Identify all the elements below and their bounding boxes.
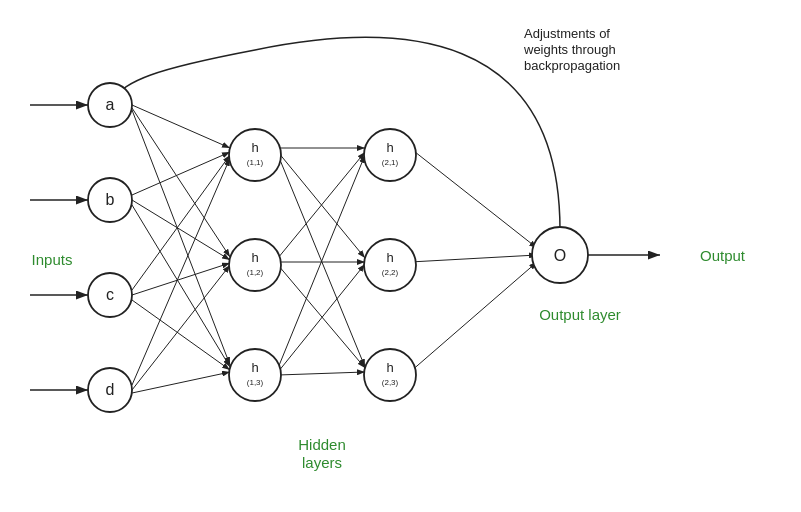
label-h21-sub: (2,1) [382,158,399,167]
node-h23 [364,349,416,401]
label-h11: h [251,140,258,155]
svg-line-13 [132,263,230,295]
svg-line-17 [132,372,230,393]
label-b: b [106,191,115,208]
annotation-line2: weights through [523,42,616,57]
label-c: c [106,286,114,303]
node-h12 [229,239,281,291]
svg-line-29 [410,262,537,372]
svg-line-12 [132,155,230,290]
label-hidden-layers: Hidden [298,436,346,453]
node-h21 [364,129,416,181]
svg-line-11 [132,205,230,367]
label-h22: h [386,250,393,265]
label-inputs: Inputs [32,251,73,268]
node-h22 [364,239,416,291]
svg-line-15 [132,158,230,385]
label-h13: h [251,360,258,375]
label-a: a [106,96,115,113]
svg-line-6 [132,105,230,148]
label-h22-sub: (2,2) [382,268,399,277]
label-output-node: O [554,247,566,264]
annotation-line3: backpropagation [524,58,620,73]
label-h12: h [251,250,258,265]
label-h12-sub: (1,2) [247,268,264,277]
node-h13 [229,349,281,401]
label-hidden-layers-2: layers [302,454,342,471]
svg-line-26 [278,372,365,375]
label-h13-sub: (1,3) [247,378,264,387]
label-d: d [106,381,115,398]
label-output-layer: Output layer [539,306,621,323]
node-h11 [229,129,281,181]
svg-line-27 [410,148,537,248]
svg-line-7 [132,108,230,257]
label-h11-sub: (1,1) [247,158,264,167]
svg-line-28 [410,255,537,262]
label-output: Output [700,247,746,264]
label-h23-sub: (2,3) [382,378,399,387]
label-h23: h [386,360,393,375]
svg-line-9 [132,152,230,195]
svg-line-14 [132,300,230,370]
annotation-line1: Adjustments of [524,26,610,41]
label-h21: h [386,140,393,155]
